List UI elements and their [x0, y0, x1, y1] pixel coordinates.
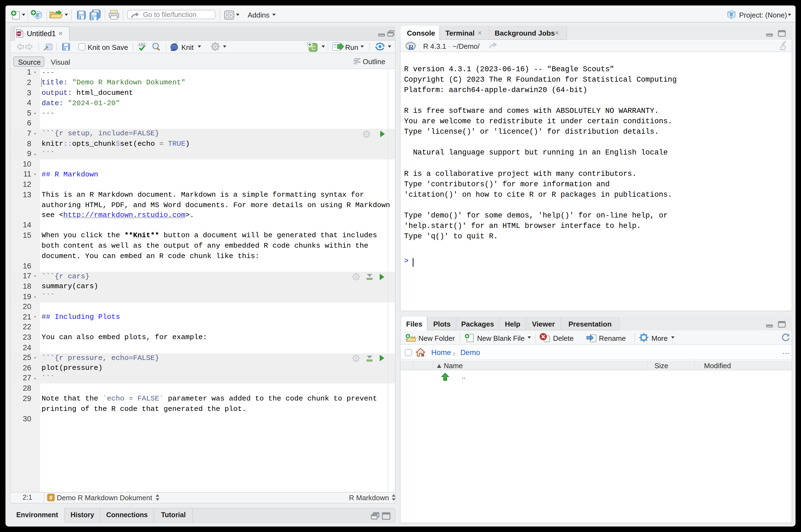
- svg-text:Rmd: Rmd: [17, 32, 21, 35]
- svg-text:R: R: [408, 43, 414, 51]
- svg-text:ABC: ABC: [137, 42, 147, 47]
- svg-text:R: R: [730, 12, 733, 17]
